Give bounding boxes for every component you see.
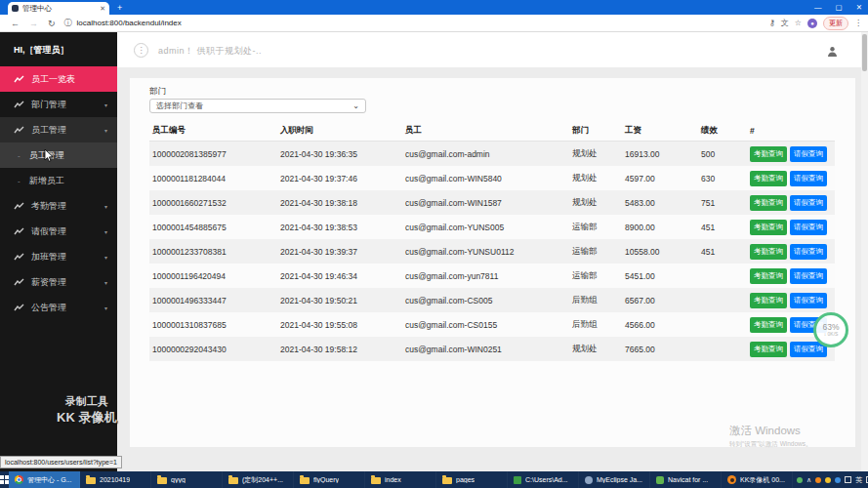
- user-person-icon[interactable]: [827, 43, 838, 61]
- line-chart-icon: [14, 227, 24, 236]
- sidebar-item-employee-list[interactable]: 员工一览表: [0, 66, 117, 92]
- sidebar-item-dept-mgmt[interactable]: 部门管理▾: [0, 92, 117, 117]
- leave-query-button[interactable]: 请假查询: [790, 244, 827, 260]
- cell-salary: 4597.00: [622, 166, 698, 190]
- attendance-query-button[interactable]: 考勤查询: [750, 317, 787, 333]
- taskbar-item-label: MyEclipse Ja...: [597, 476, 642, 483]
- recorder-watermark-line1: 录制工具: [57, 394, 116, 409]
- close-button[interactable]: ✕: [856, 3, 862, 12]
- cell-actions: 考勤查询请假查询: [747, 190, 835, 215]
- browser-tab[interactable]: 管理中心 ✕: [8, 2, 109, 15]
- sidebar-item-label: 加班管理: [31, 251, 104, 264]
- minimize-button[interactable]: —: [814, 3, 822, 12]
- sidebar-item-attendance-mgmt[interactable]: 考勤管理▾: [0, 193, 117, 219]
- leave-query-button[interactable]: 请假查询: [790, 220, 827, 235]
- cell-salary: 5451.00: [622, 264, 698, 288]
- sidebar-item-label: 考勤管理: [31, 200, 104, 213]
- attendance-query-button[interactable]: 考勤查询: [750, 293, 787, 308]
- url-bar[interactable]: ⓘ localhost:800/backendul/index: [64, 18, 769, 28]
- taskbar-item-editor-users[interactable]: C:\Users\Ad...: [508, 471, 579, 488]
- bookmark-star-icon[interactable]: ☆: [795, 19, 802, 27]
- department-select[interactable]: 选择部门查看 ⌄: [149, 99, 366, 113]
- profile-avatar[interactable]: ●: [807, 19, 817, 28]
- leave-query-button[interactable]: 请假查询: [790, 171, 827, 186]
- cell-time: 2021-04-30 19:38:18: [277, 190, 402, 215]
- translate-icon[interactable]: 文: [781, 18, 789, 28]
- new-tab-button[interactable]: +: [117, 3, 122, 13]
- cell-id: 1000002081385977: [149, 142, 277, 167]
- speed-rate: ↓ 0K/S: [824, 331, 839, 337]
- chrome-update-button[interactable]: 更新: [823, 17, 848, 30]
- taskbar-item-kk-recorder[interactable]: KK录像机 00...: [722, 471, 793, 488]
- recorder-watermark: 录制工具 KK 录像机: [57, 394, 116, 427]
- browser-tray-icon[interactable]: [835, 477, 841, 483]
- taskbar-item-folder-dingzhi[interactable]: (定制204++...: [223, 471, 294, 488]
- cell-dept: 规划处: [569, 142, 622, 167]
- chevron-down-icon: ▾: [104, 254, 107, 261]
- sidebar-item-add-employee[interactable]: -新增员工: [0, 168, 117, 193]
- download-speed-badge[interactable]: 63% ↓ 0K/S: [813, 312, 848, 347]
- employee-table-header-row: 员工编号入职时间员工部门工资绩效#: [149, 121, 835, 142]
- sidebar-item-overtime-mgmt[interactable]: 加班管理▾: [0, 244, 117, 269]
- chrome-menu-icon[interactable]: ⋮: [854, 19, 862, 27]
- cell-actions: 考勤查询请假查询: [747, 215, 835, 239]
- chevron-down-icon: ▾: [104, 203, 107, 210]
- tab-close-icon[interactable]: ✕: [100, 5, 105, 13]
- cell-salary: 4566.00: [622, 312, 698, 337]
- attendance-query-button[interactable]: 考勤查询: [750, 171, 787, 186]
- taskbar-item-folder-20210419[interactable]: 20210419: [80, 471, 151, 488]
- taskbar-item-folder-qyyg[interactable]: qyyg: [151, 471, 223, 488]
- cell-salary: 8900.00: [622, 215, 698, 239]
- network-icon[interactable]: [845, 476, 851, 483]
- header-menu-dots-icon[interactable]: ⋮: [134, 43, 148, 58]
- password-key-icon[interactable]: ⚷: [769, 19, 775, 27]
- scrollbar-thumb[interactable]: [862, 34, 867, 71]
- leave-query-button[interactable]: 请假查询: [790, 293, 827, 308]
- language-indicator[interactable]: 英: [855, 475, 862, 485]
- attendance-query-button[interactable]: 考勤查询: [750, 195, 787, 211]
- cell-actions: 考勤查询请假查询: [747, 264, 835, 288]
- taskbar-item-folder-pages[interactable]: pages: [436, 471, 508, 488]
- leave-query-button[interactable]: 请假查询: [790, 195, 827, 211]
- employee-table: 员工编号入职时间员工部门工资绩效# 10000020813859772021-0…: [149, 121, 835, 361]
- refresh-icon[interactable]: ↻: [48, 19, 56, 28]
- taskbar-item-folder-flyquery[interactable]: flyQuery: [294, 471, 365, 488]
- chevron-down-icon: ⌄: [352, 102, 359, 110]
- leave-query-button[interactable]: 请假查询: [790, 268, 827, 284]
- taskbar-item-folder-index[interactable]: index: [365, 471, 436, 488]
- taskbar-item-myeclipse[interactable]: MyEclipse Ja...: [579, 471, 650, 488]
- scrollbar-track[interactable]: [861, 32, 868, 471]
- cell-dept: 后勤组: [569, 312, 622, 337]
- taskbar-item-chrome[interactable]: 管理中心 - G...: [9, 471, 80, 488]
- sidebar-item-employee-mgmt[interactable]: 员工管理▾: [0, 117, 117, 142]
- attendance-query-button[interactable]: 考勤查询: [750, 342, 787, 357]
- mouse-cursor: [44, 148, 54, 166]
- sidebar-item-leave-mgmt[interactable]: 请假管理▾: [0, 219, 117, 244]
- sidebar-item-salary-mgmt[interactable]: 薪资管理▾: [0, 269, 117, 295]
- url-text: localhost:800/backendul/index: [77, 19, 182, 27]
- warning-tray-icon[interactable]: [825, 477, 831, 483]
- leave-query-button[interactable]: 请假查询: [790, 146, 827, 162]
- attendance-query-button[interactable]: 考勤查询: [750, 244, 787, 260]
- cell-employee: cus@gmail.com-admin: [402, 142, 569, 167]
- taskbar-item-navicat[interactable]: Navicat for ...: [650, 471, 722, 488]
- taskbar-item-label: flyQuery: [313, 476, 339, 483]
- attendance-query-button[interactable]: 考勤查询: [750, 220, 787, 235]
- attendance-query-button[interactable]: 考勤查询: [750, 268, 787, 284]
- back-icon[interactable]: ←: [11, 19, 20, 28]
- sidebar-item-notice-mgmt[interactable]: 公告管理▾: [0, 295, 117, 320]
- folder-icon: [371, 477, 381, 484]
- maximize-button[interactable]: ▢: [836, 3, 843, 12]
- cell-time: 2021-04-30 19:36:35: [277, 142, 402, 167]
- sidebar-item-label: 部门管理: [31, 99, 104, 111]
- battery-icon[interactable]: [797, 477, 803, 483]
- chevron-down-icon: ▾: [104, 305, 107, 311]
- sidebar-item-employee-mgmt-sub[interactable]: -员工管理: [0, 142, 117, 168]
- forward-icon: →: [29, 19, 38, 28]
- site-info-icon[interactable]: ⓘ: [64, 18, 72, 28]
- tray-chevron-up-icon[interactable]: ∧: [806, 476, 811, 484]
- start-button[interactable]: [0, 471, 9, 488]
- cell-perf: [698, 288, 747, 312]
- attendance-query-button[interactable]: 考勤查询: [750, 146, 787, 162]
- kk-tray-icon[interactable]: [815, 477, 821, 483]
